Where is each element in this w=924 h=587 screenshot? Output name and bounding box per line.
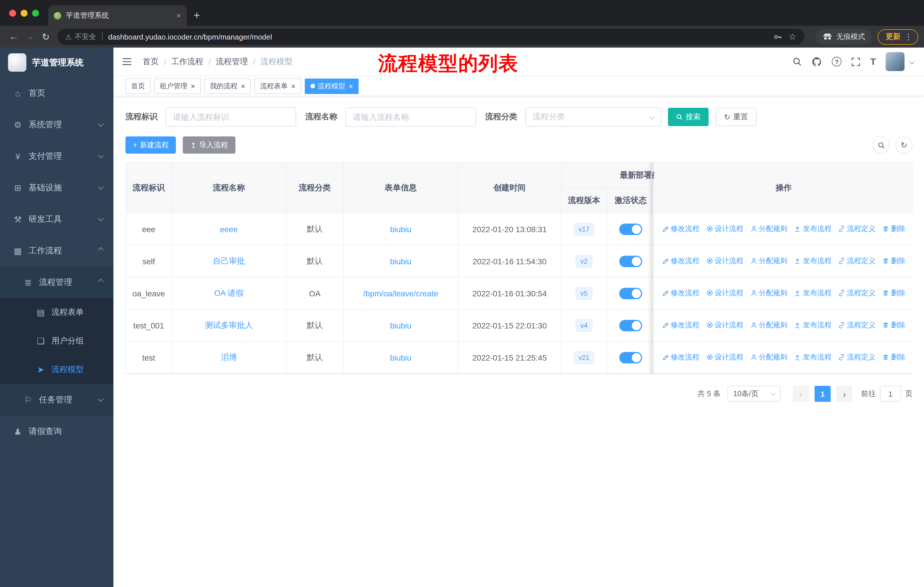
fullscreen-icon[interactable] (851, 57, 860, 66)
design-process-link[interactable]: 设计流程 (706, 352, 743, 362)
security-label[interactable]: 不安全 (74, 32, 96, 41)
sidebar-item-9[interactable]: ➤流程模型 (0, 356, 114, 384)
page-size-select[interactable]: 10条/页 (728, 386, 781, 402)
process-name-link[interactable]: 测试多审批人 (205, 320, 253, 329)
key-icon[interactable] (773, 32, 782, 41)
assign-rule-link[interactable]: 分配规则 (750, 352, 787, 362)
github-icon[interactable] (812, 56, 822, 67)
process-name-input[interactable] (345, 107, 476, 127)
process-definition-link[interactable]: 流程定义 (838, 256, 876, 266)
toggle-search-button[interactable] (873, 136, 889, 154)
modify-process-link[interactable]: 修改流程 (662, 224, 700, 234)
publish-process-link[interactable]: 发布流程 (794, 288, 832, 298)
delete-link[interactable]: 删除 (882, 352, 905, 362)
forward-icon[interactable]: → (22, 29, 38, 45)
active-toggle[interactable] (619, 255, 642, 267)
search-icon[interactable] (792, 57, 802, 66)
collapse-sidebar-icon[interactable] (121, 57, 132, 66)
active-toggle[interactable] (619, 319, 642, 331)
breadcrumb-item[interactable]: 流程管理 (216, 56, 248, 67)
publish-process-link[interactable]: 发布流程 (794, 256, 832, 266)
tab-tag-4[interactable]: 流程模型× (305, 78, 359, 94)
process-definition-link[interactable]: 流程定义 (838, 352, 876, 362)
close-icon[interactable]: × (191, 82, 195, 90)
form-info-link[interactable]: biubiu (390, 256, 412, 266)
assign-rule-link[interactable]: 分配规则 (750, 224, 787, 234)
create-process-button[interactable]: + 新建流程 (125, 136, 176, 154)
active-toggle[interactable] (619, 288, 642, 299)
close-icon[interactable]: × (291, 82, 295, 90)
delete-link[interactable]: 删除 (882, 224, 905, 234)
modify-process-link[interactable]: 修改流程 (662, 288, 700, 298)
category-select[interactable]: 流程分类 (525, 107, 661, 127)
prev-page-button[interactable]: ‹ (793, 386, 809, 402)
process-id-input[interactable] (165, 107, 296, 127)
help-icon[interactable]: ? (832, 57, 842, 66)
modify-process-link[interactable]: 修改流程 (662, 256, 700, 266)
assign-rule-link[interactable]: 分配规则 (750, 288, 787, 298)
sidebar-item-11[interactable]: ♟请假查询 (0, 416, 114, 447)
tab-tag-2[interactable]: 我的流程× (204, 78, 251, 94)
browser-tab[interactable]: 芋道管理系统 × (48, 5, 187, 26)
sidebar-item-4[interactable]: ⚒研发工具 (0, 203, 114, 235)
tab-close-icon[interactable]: × (177, 11, 181, 20)
user-avatar[interactable] (886, 52, 904, 71)
assign-rule-link[interactable]: 分配规则 (750, 256, 787, 266)
page-number-1[interactable]: 1 (815, 386, 831, 402)
new-tab-button[interactable]: + (194, 9, 200, 22)
process-name-link[interactable]: OA 请假 (214, 288, 244, 297)
zoom-window-button[interactable] (32, 10, 39, 17)
sidebar-logo[interactable]: 芋道管理系统 (0, 48, 114, 78)
assign-rule-link[interactable]: 分配规则 (750, 321, 787, 330)
next-page-button[interactable]: › (837, 386, 852, 402)
url-text[interactable]: dashboard.yudao.iocoder.cn/bpm/manager/m… (108, 32, 272, 41)
back-icon[interactable]: ← (6, 29, 22, 45)
design-process-link[interactable]: 设计流程 (706, 256, 743, 266)
reset-button[interactable]: ↻ 重置 (716, 108, 757, 126)
form-info-link[interactable]: biubiu (390, 353, 412, 362)
publish-process-link[interactable]: 发布流程 (794, 321, 832, 330)
process-name-link[interactable]: eeee (220, 225, 238, 233)
tab-tag-3[interactable]: 流程表单× (254, 78, 301, 94)
modify-process-link[interactable]: 修改流程 (662, 321, 700, 330)
modify-process-link[interactable]: 修改流程 (662, 352, 700, 362)
sidebar-item-8[interactable]: ❏用户分组 (0, 327, 114, 356)
form-info-link[interactable]: /bpm/oa/leave/create (363, 289, 438, 298)
minimize-window-button[interactable] (21, 10, 28, 17)
design-process-link[interactable]: 设计流程 (706, 288, 743, 298)
address-bar[interactable]: ⚠ 不安全 dashboard.yudao.iocoder.cn/bpm/man… (57, 29, 804, 45)
sidebar-item-2[interactable]: ¥支付管理 (0, 141, 114, 172)
delete-link[interactable]: 删除 (882, 256, 905, 266)
tab-tag-0[interactable]: 首页 (125, 78, 151, 94)
active-toggle[interactable] (619, 223, 642, 235)
delete-link[interactable]: 删除 (882, 288, 905, 298)
update-button[interactable]: 更新 ⋮ (878, 29, 918, 45)
process-definition-link[interactable]: 流程定义 (838, 288, 876, 298)
search-button[interactable]: 搜索 (668, 108, 709, 126)
breadcrumb-item[interactable]: 首页 (143, 56, 159, 67)
sidebar-item-1[interactable]: ⚙系统管理 (0, 109, 114, 141)
font-size-icon[interactable]: T (870, 56, 876, 67)
process-name-link[interactable]: 自己审批 (213, 256, 245, 265)
tab-tag-1[interactable]: 租户管理× (154, 78, 201, 94)
sidebar-item-5[interactable]: ▦工作流程 (0, 235, 114, 266)
browser-menu-icon[interactable]: ⋮ (904, 32, 912, 41)
bookmark-star-icon[interactable]: ☆ (789, 31, 796, 42)
close-icon[interactable]: × (349, 82, 353, 90)
update-label[interactable]: 更新 (886, 31, 901, 42)
close-window-button[interactable] (9, 10, 16, 17)
refresh-table-button[interactable]: ↻ (895, 136, 912, 154)
process-definition-link[interactable]: 流程定义 (838, 321, 876, 330)
process-definition-link[interactable]: 流程定义 (838, 224, 876, 234)
publish-process-link[interactable]: 发布流程 (794, 224, 832, 234)
sidebar-item-3[interactable]: ⊞基础设施 (0, 172, 114, 203)
form-info-link[interactable]: biubiu (390, 321, 412, 330)
import-process-button[interactable]: ↥ 导入流程 (183, 136, 236, 154)
form-info-link[interactable]: biubiu (390, 225, 412, 233)
delete-link[interactable]: 删除 (882, 321, 905, 330)
goto-page-input[interactable] (880, 386, 901, 402)
sidebar-item-10[interactable]: ⚐任务管理 (0, 384, 114, 416)
reload-icon[interactable]: ↻ (38, 29, 54, 45)
design-process-link[interactable]: 设计流程 (706, 321, 743, 330)
process-name-link[interactable]: 滔博 (221, 352, 237, 361)
